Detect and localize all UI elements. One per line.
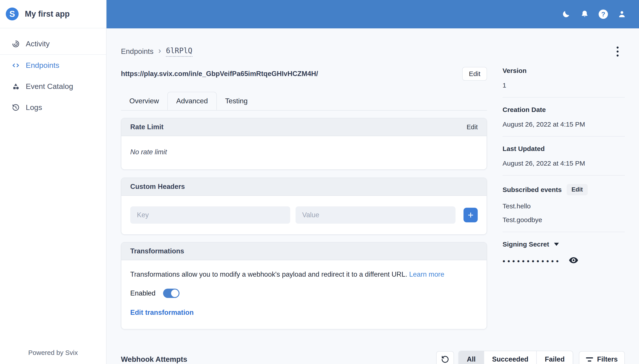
breadcrumb-endpoints-link[interactable]: Endpoints [121,47,154,56]
webhook-attempts-row: Webhook Attempts All Succeeded Failed Fi… [121,351,625,364]
app-header[interactable]: S My first app [0,0,106,28]
chevron-down-icon[interactable] [554,243,559,246]
sidebar-item-label: Logs [26,103,42,112]
edit-url-button[interactable]: Edit [462,67,487,81]
transformations-description-text: Transformations allow you to modify a we… [130,270,407,278]
rate-limit-empty-text: No rate limit [121,136,487,169]
learn-more-link[interactable]: Learn more [409,270,444,278]
endpoint-url-row: https://play.svix.com/in/e_GbpVeifPa65im… [121,67,487,81]
filter-succeeded[interactable]: Succeeded [484,351,536,364]
svix-logo: S [6,8,19,20]
user-icon [617,10,626,18]
notifications-button[interactable] [580,10,589,19]
transformations-enabled-row: Enabled [130,289,478,298]
filter-icon [586,357,593,362]
filters-button[interactable]: Filters [579,351,625,364]
subscribed-events-edit-button[interactable]: Edit [567,184,588,195]
refresh-button[interactable] [436,351,454,364]
enabled-label: Enabled [130,289,156,297]
sidebar-item-event-catalog[interactable]: Event Catalog [0,76,106,97]
header-key-input[interactable] [130,206,290,224]
account-button[interactable] [617,10,626,19]
tab-bar: Overview Advanced Testing [121,92,487,110]
transformations-card: Transformations Transformations allow yo… [121,242,487,330]
reveal-secret-eye-icon[interactable] [568,255,579,265]
creation-date-section: Creation Date August 26, 2022 at 4:15 PM [503,106,625,136]
history-clock-icon [12,103,20,112]
subscribed-events-section: Subscribed events Edit Test.hello Test.g… [503,184,625,232]
powered-by-svix: Powered by Svix [0,349,106,356]
help-button[interactable]: ? [599,10,608,19]
endpoint-main-column: https://play.svix.com/in/e_GbpVeifPa65im… [121,67,487,330]
sidebar-item-label: Activity [26,40,50,48]
signing-secret-section: Signing Secret •••••••••••• [503,240,625,273]
transformations-enabled-toggle[interactable] [163,289,179,298]
rate-limit-card-header: Rate Limit Edit [121,118,487,136]
last-updated-label: Last Updated [503,145,625,152]
app-name: My first app [25,9,70,18]
creation-date-value: August 26, 2022 at 4:15 PM [503,120,625,128]
topbar: ? [107,0,639,28]
custom-headers-body: + [121,196,487,234]
sidebar-item-logs[interactable]: Logs [0,97,106,118]
sidebar-nav: Activity Endpoints Event Catalog [0,28,106,118]
last-updated-section: Last Updated August 26, 2022 at 4:15 PM [503,145,625,176]
filter-all[interactable]: All [459,351,484,364]
edit-transformation-link[interactable]: Edit transformation [130,308,478,316]
transformations-body: Transformations allow you to modify a we… [121,260,487,329]
activity-icon [12,40,20,48]
endpoint-details-panel: Version 1 Creation Date August 26, 2022 … [503,67,625,273]
help-glyph: ? [601,10,605,18]
chevron-right-icon: › [158,47,161,56]
subscribed-events-label: Subscribed events [503,186,562,194]
add-header-button[interactable]: + [464,208,478,222]
transformations-title: Transformations [130,247,184,255]
tab-overview[interactable]: Overview [121,92,167,110]
rate-limit-card: Rate Limit Edit No rate limit [121,118,487,170]
version-section: Version 1 [503,67,625,98]
rate-limit-edit-button[interactable]: Edit [467,124,478,131]
tab-advanced[interactable]: Advanced [167,92,217,110]
refresh-icon [441,355,450,364]
custom-headers-card-header: Custom Headers [121,178,487,196]
subscribed-event: Test.hello [503,202,625,210]
endpoint-url: https://play.svix.com/in/e_GbpVeifPa65im… [121,70,318,78]
logo-letter: S [9,9,15,19]
breadcrumb-row: Endpoints › 6lRPlQ [121,44,625,58]
version-label: Version [503,67,625,74]
sidebar-item-label: Event Catalog [26,82,73,91]
sidebar-item-activity[interactable]: Activity [0,33,106,54]
subscribed-event: Test.goodbye [503,216,625,224]
webhook-attempts-title: Webhook Attempts [121,355,187,364]
main-content: Endpoints › 6lRPlQ https://play.svix.com… [107,28,639,364]
dark-mode-toggle[interactable] [561,10,571,19]
breadcrumb: Endpoints › 6lRPlQ [121,46,192,57]
creation-date-label: Creation Date [503,106,625,114]
signing-secret-masked-value: •••••••••••• [503,256,561,265]
moon-icon [562,10,570,18]
status-filter-group: All Succeeded Failed [458,351,573,364]
version-value: 1 [503,82,625,89]
sidebar: S My first app Activity Endpoints [0,0,107,364]
kebab-menu-button[interactable] [615,45,620,58]
filter-failed[interactable]: Failed [536,351,573,364]
help-icon: ? [599,10,608,19]
header-value-input[interactable] [295,206,456,224]
signing-secret-label: Signing Secret [503,240,549,248]
transformations-card-header: Transformations [121,242,487,260]
custom-headers-title: Custom Headers [130,183,185,191]
tab-testing[interactable]: Testing [217,92,256,110]
sidebar-item-endpoints[interactable]: Endpoints [0,55,106,76]
custom-headers-card: Custom Headers + [121,178,487,235]
rate-limit-title: Rate Limit [130,123,164,131]
code-brackets-icon [12,61,20,70]
breadcrumb-endpoint-id[interactable]: 6lRPlQ [166,46,192,57]
bell-icon [580,10,589,18]
endpoint-detail-page: S My first app Activity Endpoints [0,0,639,364]
shapes-icon [12,82,20,91]
filters-label: Filters [597,355,618,363]
last-updated-value: August 26, 2022 at 4:15 PM [503,160,625,167]
sidebar-item-label: Endpoints [26,61,59,70]
toggle-knob [171,290,179,297]
transformations-description: Transformations allow you to modify a we… [130,270,478,278]
